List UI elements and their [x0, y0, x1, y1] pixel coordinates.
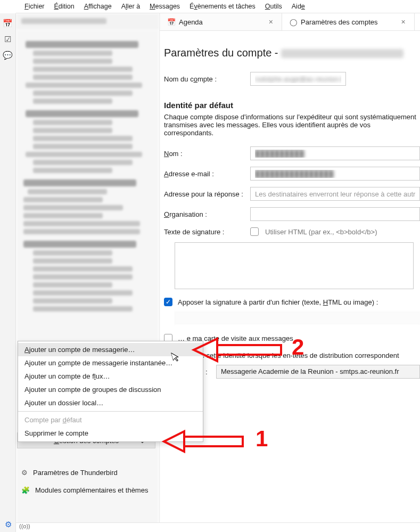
menu-go-label: Aller à: [121, 3, 140, 10]
bottom-links: ⚙ Paramètres de Thunderbird 🧩 Modules co…: [21, 469, 148, 504]
menu-tools[interactable]: Outils: [261, 2, 286, 11]
menu-file-label: ichier: [29, 3, 45, 10]
account-name-label: Nom du compte :: [164, 75, 244, 83]
menu-edit[interactable]: Édition: [50, 2, 79, 11]
use-html-checkbox[interactable]: [250, 227, 259, 236]
menu-file[interactable]: Fichier: [20, 2, 49, 11]
sidebar-top-blurred: [16, 13, 159, 29]
context-menu-separator: [18, 411, 203, 412]
tab-agenda-label: Agenda: [179, 18, 203, 26]
settings-icon: ◯: [290, 18, 298, 26]
email-input[interactable]: [250, 167, 420, 181]
menu-messages-label: essages: [155, 3, 180, 10]
chat-icon[interactable]: 💬: [3, 51, 13, 60]
signature-textarea[interactable]: [175, 242, 414, 289]
menu-delete-account[interactable]: Supprimer le compte: [18, 427, 203, 440]
use-html-label: Utiliser HTML (par ex., <b>bold</b>): [265, 228, 377, 236]
smtp-select[interactable]: Messagerie Academie de la Reunion - smtp…: [216, 365, 420, 379]
menu-default-account: Compte par défaut: [18, 413, 203, 427]
accounts-sidebar: [16, 13, 160, 532]
menu-tools-label: utils: [270, 3, 282, 10]
menu-go[interactable]: Aller à: [117, 2, 144, 11]
sig-text-label: Texte de signature :: [164, 228, 244, 236]
account-email-redacted: [281, 49, 403, 58]
account-name-input[interactable]: [250, 72, 346, 86]
settings-pane: 📅 Agenda × ◯ Paramètres des comptes × Pa…: [160, 13, 420, 532]
identity-description: Chaque compte dispose d'informations sur…: [164, 113, 420, 137]
page-title-prefix: Paramètres du compte -: [164, 47, 281, 59]
tab-agenda-close[interactable]: ×: [268, 18, 274, 26]
calendar-icon[interactable]: 📅: [3, 19, 13, 28]
name-input[interactable]: [250, 146, 420, 160]
tab-account-settings-label: Paramètres des comptes: [301, 18, 378, 26]
tasks-icon[interactable]: ☑: [4, 35, 11, 44]
menu-view[interactable]: Affichage: [80, 2, 116, 11]
menu-events[interactable]: Évènements et tâches: [185, 2, 260, 11]
org-label: Organisation :: [164, 210, 244, 218]
org-input[interactable]: [250, 207, 420, 221]
menu-help[interactable]: Aide: [287, 2, 309, 11]
attach-signature-checkbox[interactable]: ✓: [164, 298, 172, 306]
settings-gear-icon[interactable]: ⚙: [5, 520, 12, 529]
menu-view-label: ffichage: [88, 3, 112, 10]
menu-add-news-account[interactable]: Ajouter un compte de groupes de discussi…: [18, 383, 203, 396]
addons-link[interactable]: Modules complémentaires et thèmes: [35, 486, 148, 494]
status-bar: ((o)): [16, 522, 420, 532]
email-label: Adresse e-mail :: [164, 170, 244, 178]
accounts-tree-blurred: [16, 29, 159, 532]
tab-agenda[interactable]: 📅 Agenda ×: [160, 13, 282, 30]
name-label: Nom :: [164, 150, 244, 158]
menu-add-local-folder[interactable]: Ajouter un dossier local…: [18, 396, 203, 410]
dist-partial-label: dre avec cette identité lorsque les en-t…: [178, 351, 399, 359]
menubar: Fichier Édition Affichage Aller à Messag…: [16, 0, 420, 13]
puzzle-icon: 🧩: [21, 486, 30, 494]
attach-signature-label: Apposer la signature à partir d'un fichi…: [178, 298, 378, 306]
menu-events-label: Évènements et tâches: [190, 3, 256, 10]
calendar-small-icon: 📅: [167, 18, 176, 26]
identity-heading: Identité par défaut: [164, 101, 420, 110]
signature-path-blurred: [175, 312, 420, 324]
menu-edit-label: dition: [59, 3, 75, 10]
thunderbird-settings-link[interactable]: Paramètres de Thunderbird: [33, 469, 118, 477]
page-title: Paramètres du compte -: [164, 47, 420, 59]
vertical-toolstrip: 📅 ☑ 💬 ⚙: [0, 13, 16, 532]
menu-messages[interactable]: Messages: [145, 2, 184, 11]
tab-account-settings[interactable]: ◯ Paramètres des comptes ×: [282, 13, 415, 30]
gear-icon: ⚙: [21, 469, 28, 477]
menu-add-feed-account[interactable]: Ajouter un compte de flux…: [18, 370, 203, 383]
replyto-input[interactable]: [250, 187, 420, 201]
replyto-label: Adresse pour la réponse :: [164, 190, 244, 198]
tab-account-settings-close[interactable]: ×: [400, 18, 407, 26]
smtp-value: Messagerie Academie de la Reunion - smtp…: [221, 367, 399, 375]
menu-help-label: Aide: [292, 3, 305, 10]
